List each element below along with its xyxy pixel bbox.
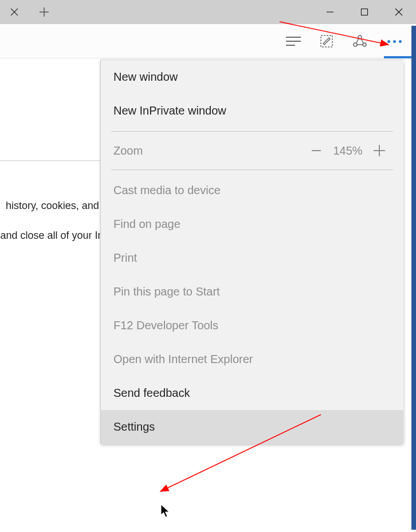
- menu-separator: [111, 170, 393, 170]
- zoom-label: Zoom: [113, 144, 305, 157]
- plus-icon: [372, 143, 387, 158]
- web-note-icon: [320, 34, 333, 48]
- page-text-line2: you're finished and close all of your In…: [0, 228, 103, 243]
- share-icon: [352, 34, 367, 49]
- close-icon: [394, 7, 403, 17]
- menu-cast-media[interactable]: Cast media to device: [101, 174, 403, 207]
- share-button[interactable]: [350, 31, 370, 52]
- menu-new-window[interactable]: New window: [101, 60, 403, 94]
- menu-developer-tools[interactable]: F12 Developer Tools: [101, 309, 403, 342]
- svg-rect-11: [321, 36, 332, 47]
- tab-close-button[interactable]: [0, 0, 29, 24]
- tab-area: [0, 0, 60, 24]
- maximize-icon: [360, 8, 368, 16]
- menu-print[interactable]: Print: [101, 241, 403, 275]
- menu-pin-to-start[interactable]: Pin this page to Start: [101, 275, 403, 309]
- more-menu: New window New InPrivate window Zoom 145…: [101, 60, 403, 444]
- window-close-button[interactable]: [382, 0, 416, 24]
- reading-view-icon: [286, 36, 301, 47]
- zoom-in-button[interactable]: [368, 143, 391, 158]
- zoom-value: 145%: [328, 144, 368, 157]
- more-button[interactable]: [383, 31, 406, 52]
- close-icon: [10, 8, 18, 16]
- svg-line-16: [361, 38, 363, 43]
- minus-icon: [310, 144, 323, 157]
- mouse-cursor-icon: [160, 504, 172, 519]
- svg-rect-5: [362, 9, 368, 15]
- menu-separator: [111, 131, 393, 132]
- new-tab-button[interactable]: [29, 0, 60, 24]
- minimize-icon: [326, 8, 334, 16]
- toolbar-right: [283, 24, 410, 58]
- menu-find-on-page[interactable]: Find on page: [101, 207, 403, 241]
- toolbar: [0, 24, 416, 58]
- svg-point-13: [354, 43, 357, 46]
- menu-zoom-row: Zoom 145%: [101, 135, 403, 166]
- page-content-partial: history, cookies, and temporary files) i…: [0, 183, 103, 258]
- window-right-edge: [411, 26, 416, 530]
- more-icon: [385, 38, 404, 45]
- menu-open-ie[interactable]: Open with Internet Explorer: [101, 342, 403, 376]
- menu-send-feedback[interactable]: Send feedback: [101, 376, 403, 410]
- svg-point-14: [363, 43, 366, 46]
- content-divider: [0, 160, 101, 161]
- reading-view-button[interactable]: [283, 31, 304, 52]
- web-note-button[interactable]: [316, 31, 337, 52]
- menu-settings[interactable]: Settings: [101, 410, 403, 444]
- menu-new-inprivate-window[interactable]: New InPrivate window: [101, 94, 403, 128]
- svg-line-15: [356, 38, 359, 43]
- maximize-button[interactable]: [347, 0, 382, 24]
- plus-icon: [39, 7, 49, 17]
- titlebar: [0, 0, 416, 24]
- minimize-button[interactable]: [313, 0, 347, 24]
- window-controls: [313, 0, 416, 24]
- zoom-out-button[interactable]: [305, 144, 328, 157]
